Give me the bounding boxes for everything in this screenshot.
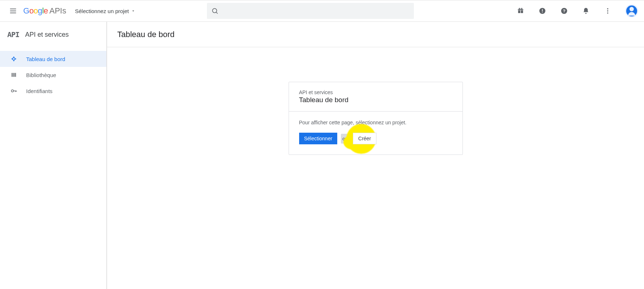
card-subtitle: API et services <box>299 89 452 95</box>
svg-point-15 <box>585 13 586 14</box>
sidebar-header: API API et services <box>0 22 106 47</box>
dashboard-icon <box>10 56 17 62</box>
card-instruction: Pour afficher cette page, sélectionnez u… <box>299 120 452 125</box>
main: Tableau de bord API et services Tableau … <box>107 22 644 289</box>
svg-point-18 <box>607 12 608 13</box>
avatar[interactable] <box>625 4 638 17</box>
search-icon <box>211 7 219 15</box>
key-icon <box>10 88 17 94</box>
card-wrap: API et services Tableau de bord Pour aff… <box>107 47 644 155</box>
topbar-right: ? <box>513 4 638 18</box>
svg-rect-6 <box>521 11 523 13</box>
svg-rect-11 <box>542 9 543 12</box>
card-title: Tableau de bord <box>299 96 452 104</box>
sidebar: API API et services Tableau de bord Bibl… <box>0 22 107 289</box>
card-head: API et services Tableau de bord <box>289 82 462 112</box>
gift-icon[interactable] <box>513 4 528 18</box>
svg-rect-5 <box>518 11 520 13</box>
topbar: Google APIs Sélectionnez un projet ? <box>0 0 644 22</box>
alert-icon[interactable] <box>535 4 550 18</box>
hamburger-icon <box>9 7 17 15</box>
svg-point-9 <box>521 8 522 9</box>
menu-button[interactable] <box>6 4 20 18</box>
svg-rect-22 <box>15 73 16 77</box>
svg-point-8 <box>519 8 520 9</box>
search-box[interactable] <box>207 3 414 19</box>
select-button[interactable]: Sélectionner <box>299 133 338 144</box>
project-card: API et services Tableau de bord Pour aff… <box>289 82 463 155</box>
logo[interactable]: Google APIs <box>23 6 66 16</box>
svg-point-23 <box>11 90 13 92</box>
api-logo-icon: API <box>7 30 19 39</box>
svg-rect-21 <box>14 73 15 77</box>
sidebar-section-title: API et services <box>25 31 69 39</box>
logo-suffix: APIs <box>49 6 66 16</box>
google-logo-text: Google <box>23 6 48 16</box>
more-icon[interactable] <box>600 4 615 18</box>
library-icon <box>10 72 17 78</box>
sidebar-item-library[interactable]: Bibliothèque <box>0 67 106 83</box>
main-header: Tableau de bord <box>107 22 644 47</box>
svg-point-16 <box>607 8 608 9</box>
svg-point-3 <box>212 8 217 13</box>
caret-down-icon <box>131 9 135 13</box>
svg-rect-7 <box>518 9 523 10</box>
avatar-icon <box>626 5 637 16</box>
sidebar-item-credentials[interactable]: Identifiants <box>0 83 106 99</box>
page-title: Tableau de bord <box>117 30 175 39</box>
sidebar-item-dashboard[interactable]: Tableau de bord <box>0 51 106 67</box>
project-selector-label: Sélectionnez un projet <box>75 8 129 14</box>
svg-text:?: ? <box>563 8 565 13</box>
project-selector[interactable]: Sélectionnez un projet <box>75 8 135 14</box>
svg-rect-12 <box>542 12 543 13</box>
sidebar-item-label: Tableau de bord <box>26 56 65 62</box>
card-actions: Sélectionner ou Créer <box>299 133 452 144</box>
card-body: Pour afficher cette page, sélectionnez u… <box>289 112 462 154</box>
sidebar-item-label: Identifiants <box>26 88 53 94</box>
create-button[interactable]: Créer <box>353 133 376 144</box>
svg-rect-20 <box>13 73 13 77</box>
sidebar-item-label: Bibliothèque <box>26 72 56 78</box>
help-icon[interactable]: ? <box>557 4 571 18</box>
layout: API API et services Tableau de bord Bibl… <box>0 22 644 289</box>
notifications-icon[interactable] <box>579 4 593 18</box>
svg-point-17 <box>607 10 608 11</box>
svg-line-4 <box>216 12 218 14</box>
sidebar-items: Tableau de bord Bibliothèque Identifiant… <box>0 47 106 99</box>
svg-rect-19 <box>12 73 12 77</box>
